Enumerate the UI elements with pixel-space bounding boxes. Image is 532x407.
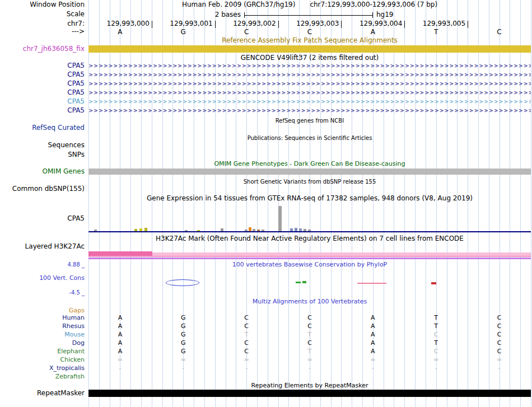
multiz-track-header: Multiz Alignments of 100 Vertebrates: [88, 298, 531, 305]
publications-track-header: Publications: Sequences in Scientific Ar…: [88, 134, 531, 142]
gencode-gene-label[interactable]: CPA5: [0, 89, 86, 96]
alignment-base: T: [215, 331, 278, 339]
gtex-expression-bar: [249, 227, 251, 231]
h3k27ac-layer: [88, 258, 531, 259]
gtex-track-header: Gene Expression in 54 tissues from GTEx …: [88, 195, 531, 202]
gtex-expression-bar: [295, 228, 297, 231]
alignment-base: -: [468, 364, 531, 372]
window-position-label: Window Position: [0, 1, 86, 8]
gtex-expression-bar: [144, 228, 147, 231]
alignment-base: -: [341, 364, 404, 372]
conservation-mark: [431, 282, 436, 284]
alignment-base: A: [341, 322, 404, 330]
conservation-track-label[interactable]: 100 Vert. Cons: [0, 274, 86, 282]
alignment-base: C: [215, 314, 278, 322]
gtex-expression-bar: [94, 230, 97, 231]
conservation-mark: [357, 283, 386, 284]
species-label-chicken[interactable]: Chicken: [0, 356, 86, 363]
alignment-base: C: [278, 322, 342, 330]
fix-patch-track-header: Reference Assembly Fix Patch Sequence Al…: [88, 37, 531, 44]
alignment-base: C: [278, 339, 342, 347]
gencode-transcript-row[interactable]: >>>>>>>>>>>>>>>>>>>>>>>>>>>>>>>>>>>>>>>>…: [89, 89, 531, 97]
coordinate-tick: [404, 21, 405, 28]
repeatmasker-bar[interactable]: [88, 390, 531, 397]
reference-base: C: [468, 28, 531, 36]
gtex-baseline: [88, 231, 531, 232]
sequences-track-label[interactable]: Sequences: [0, 142, 86, 149]
gtex-expression-bar: [257, 230, 260, 231]
gtex-expression-bar: [262, 230, 264, 231]
alignment-base: T: [278, 348, 342, 355]
gencode-gene-label[interactable]: CPA5: [0, 107, 86, 114]
alignment-base: G: [152, 331, 215, 339]
gaps-row-label: Gaps: [0, 307, 86, 314]
gtex-expression-bar: [139, 228, 142, 231]
gtex-expression-bar: [290, 228, 293, 231]
gtex-expression-track[interactable]: [88, 205, 531, 232]
gtex-expression-bar: [253, 229, 255, 231]
reference-base: A: [341, 28, 404, 36]
assembly-title: Human Feb. 2009 (GRCh37/hg19): [182, 1, 296, 8]
coordinate-label: 129,993,004: [351, 20, 402, 27]
species-label-dog[interactable]: Dog: [0, 339, 86, 347]
gencode-transcript-row[interactable]: >>>>>>>>>>>>>>>>>>>>>>>>>>>>>>>>>>>>>>>>…: [89, 71, 531, 79]
repeatmasker-label[interactable]: RepeatMasker: [0, 390, 86, 397]
alignment-base: A: [88, 322, 152, 330]
species-label-rhesus[interactable]: Rhesus: [0, 322, 86, 330]
conservation-min-value: -4.5 _: [0, 289, 86, 296]
alignment-base: C: [404, 348, 468, 355]
snps-track-label[interactable]: SNPs: [0, 151, 86, 158]
alignment-base: T: [278, 331, 342, 339]
alignment-base: A: [341, 348, 404, 355]
layered-h3k27ac-track[interactable]: [88, 251, 531, 260]
species-label-elephant[interactable]: Elephant: [0, 348, 86, 355]
genome-browser-view: Window Position Human Feb. 2009 (GRCh37/…: [0, 0, 532, 407]
conservation-mark: [302, 281, 306, 283]
gencode-gene-label[interactable]: CPA5: [0, 80, 86, 87]
gencode-transcript-row[interactable]: >>>>>>>>>>>>>>>>>>>>>>>>>>>>>>>>>>>>>>>>…: [89, 107, 531, 115]
alignment-base: =: [468, 356, 531, 364]
gencode-transcript-row[interactable]: >>>>>>>>>>>>>>>>>>>>>>>>>>>>>>>>>>>>>>>>…: [89, 80, 531, 88]
gencode-transcript-row[interactable]: >>>>>>>>>>>>>>>>>>>>>>>>>>>>>>>>>>>>>>>>…: [89, 98, 531, 106]
gencode-gene-label[interactable]: CPA5: [0, 98, 86, 105]
gencode-gene-label[interactable]: CPA5: [0, 62, 86, 69]
conservation-max-value: 4.88 _: [0, 261, 86, 268]
alignment-base: =: [215, 356, 278, 364]
gencode-gene-label[interactable]: CPA5: [0, 71, 86, 78]
layered-h3k27ac-label[interactable]: Layered H3K27Ac: [0, 243, 86, 250]
gtex-gene-label[interactable]: CPA5: [0, 215, 86, 222]
species-label-human[interactable]: Human: [0, 314, 86, 321]
alignment-base: G: [152, 322, 215, 330]
conservation-track[interactable]: [88, 265, 531, 294]
alignment-base: -: [404, 364, 468, 372]
alignment-base: C: [468, 348, 531, 355]
alignment-base: C: [468, 314, 531, 322]
alignment-base: =: [88, 356, 152, 364]
dbsnp-track-header: Short Genetic Variants from dbSNP releas…: [88, 178, 531, 185]
alignment-base: A: [88, 331, 152, 339]
alignment-base: -: [152, 364, 215, 372]
scale-bar: [244, 12, 373, 18]
conservation-mark: [296, 282, 301, 283]
refseq-curated-label[interactable]: RefSeq Curated: [0, 124, 86, 132]
scale-value: 2 bases: [190, 11, 241, 18]
alignment-base: C: [215, 322, 278, 330]
omim-genes-bar[interactable]: [88, 169, 531, 175]
alignment-base: A: [88, 339, 152, 347]
gtex-expression-bar: [278, 206, 282, 231]
alignment-base: C: [404, 331, 468, 339]
common-dbsnp-label[interactable]: Common dbSNP(155): [0, 185, 86, 193]
species-label-x_tropicalis[interactable]: X_tropicalis: [0, 364, 86, 372]
omim-genes-label[interactable]: OMIM Genes: [0, 168, 86, 175]
species-label-mouse[interactable]: Mouse: [0, 331, 86, 338]
reference-base: C: [278, 28, 342, 36]
reference-base: C: [215, 28, 278, 36]
coordinate-label: 129,993,001: [162, 20, 213, 27]
conservation-mark: [166, 279, 199, 286]
position-title: Human Feb. 2009 (GRCh37/hg19)chr7:129,99…: [88, 1, 531, 8]
gtex-expression-bar: [304, 229, 306, 231]
gencode-transcript-row[interactable]: >>>>>>>>>>>>>>>>>>>>>>>>>>>>>>>>>>>>>>>>…: [89, 62, 531, 71]
fix-patch-track-label[interactable]: chr7_jh636058_fix: [0, 45, 86, 53]
fix-patch-bar[interactable]: [88, 45, 531, 53]
species-label-zebrafish[interactable]: Zebrafish: [0, 373, 86, 380]
